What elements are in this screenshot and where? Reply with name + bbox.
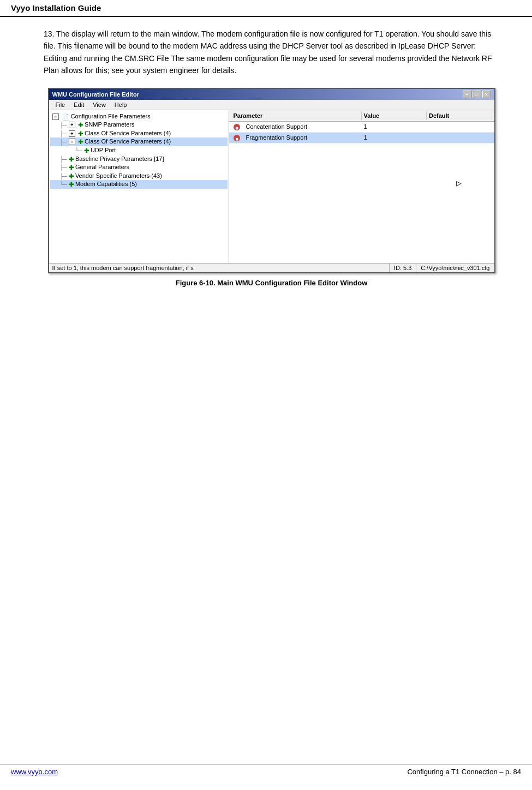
tree-label-baseline: Baseline Privacy Parameters [17] (75, 155, 164, 162)
step-number: 13. (44, 29, 54, 38)
wmu-statusbar: If set to 1, this modem can support frag… (49, 263, 494, 272)
tree-item-vendor[interactable]: ├─ ✚ Vendor Specific Parameters (43) (50, 172, 228, 181)
page-footer: www.vyyo.com Configuring a T1 Connection… (0, 764, 532, 779)
param-name-frag: ■ Fragmentation Support (231, 133, 362, 142)
menu-help[interactable]: Help (110, 101, 131, 109)
paragraph-13: 13. The display will return to the main … (44, 28, 499, 77)
tree-label-udp: UDP Port (91, 147, 116, 153)
paragraph-body: The display will return to the main wind… (44, 29, 492, 75)
param-col-parameter: Parameter (231, 111, 362, 120)
close-button[interactable]: × (482, 91, 491, 98)
minimize-button[interactable]: – (463, 91, 471, 98)
figure-caption: Figure 6-10. Main WMU Configuration File… (44, 279, 499, 287)
tree-item-modem[interactable]: └─ ✚ Modem Capabilities (5) (50, 180, 228, 189)
param-icon-concat: ■ (234, 124, 240, 130)
tree-expand-cos2[interactable]: − (69, 139, 75, 145)
tree-label-cos1: Class Of Service Parameters (4) (85, 130, 171, 136)
tree-expand-snmp[interactable]: + (69, 122, 75, 128)
footer-website[interactable]: www.vyyo.com (11, 768, 58, 776)
tree-label-general: General Parameters (75, 164, 129, 170)
tree-item-snmp[interactable]: ├─ + ✚ SNMP Parameters (50, 121, 228, 129)
param-empty-area: ▹ (229, 143, 494, 242)
content-area: 13. The display will return to the main … (0, 17, 532, 309)
param-default-concat (427, 122, 492, 131)
tree-item-cos1[interactable]: ├─ + ✚ Class Of Service Parameters (4) (50, 129, 228, 138)
tree-label-cos2: Class Of Service Parameters (4) (85, 138, 171, 145)
tree-expand-cos1[interactable]: + (69, 130, 75, 137)
param-col-value: Value (362, 111, 427, 120)
statusbar-message: If set to 1, this modem can support frag… (49, 264, 390, 272)
tree-item-root[interactable]: − 📄 Configuration File Parameters (50, 112, 228, 121)
tree-label-root: Configuration File Parameters (71, 113, 151, 119)
wmu-menubar: File Edit View Help (49, 100, 494, 110)
wmu-body: − 📄 Configuration File Parameters ├─ + ✚… (49, 110, 494, 263)
param-value-frag: 1 (362, 133, 427, 142)
tree-panel[interactable]: − 📄 Configuration File Parameters ├─ + ✚… (49, 110, 229, 263)
param-icon-frag: ■ (234, 135, 240, 141)
header-title: Vyyo Installation Guide (11, 3, 101, 13)
maximize-button[interactable]: □ (473, 91, 481, 98)
param-row-concat[interactable]: ■ Concatenation Support 1 (229, 122, 494, 133)
param-panel: Parameter Value Default ■ Concatenation … (229, 110, 494, 263)
param-row-frag[interactable]: ■ Fragmentation Support 1 (229, 133, 494, 143)
statusbar-id: ID: 5.3 (390, 264, 416, 272)
tree-label-modem: Modem Capabilities (5) (75, 181, 137, 187)
tree-expand-root[interactable]: − (52, 113, 59, 120)
menu-file[interactable]: File (51, 101, 70, 109)
cursor-arrow: ▹ (456, 176, 462, 189)
param-value-concat: 1 (362, 122, 427, 131)
wmu-editor-window: WMU Configuration File Editor – □ × File… (48, 88, 495, 273)
footer-page-info: Configuring a T1 Connection – p. 84 (407, 768, 521, 776)
param-name-concat: ■ Concatenation Support (231, 122, 362, 131)
tree-label-vendor: Vendor Specific Parameters (43) (75, 172, 162, 179)
param-col-default: Default (427, 111, 492, 120)
tree-item-udp[interactable]: └─ ✚ UDP Port (50, 146, 228, 155)
page-header: Vyyo Installation Guide (0, 0, 532, 17)
param-header-row: Parameter Value Default (229, 110, 494, 122)
menu-edit[interactable]: Edit (69, 101, 88, 109)
statusbar-path: C:\Vyyo\mic\mic_v301.cfg (416, 264, 494, 272)
tree-label-snmp: SNMP Parameters (85, 121, 135, 128)
titlebar-buttons: – □ × (463, 91, 491, 98)
param-default-frag (427, 133, 492, 142)
tree-item-baseline[interactable]: ├─ ✚ Baseline Privacy Parameters [17] (50, 155, 228, 164)
wmu-titlebar: WMU Configuration File Editor – □ × (49, 89, 494, 100)
tree-item-cos2[interactable]: ├─ − ✚ Class Of Service Parameters (4) (50, 137, 228, 146)
menu-view[interactable]: View (88, 101, 110, 109)
wmu-title: WMU Configuration File Editor (52, 91, 139, 98)
tree-item-general[interactable]: ├─ ✚ General Parameters (50, 163, 228, 172)
